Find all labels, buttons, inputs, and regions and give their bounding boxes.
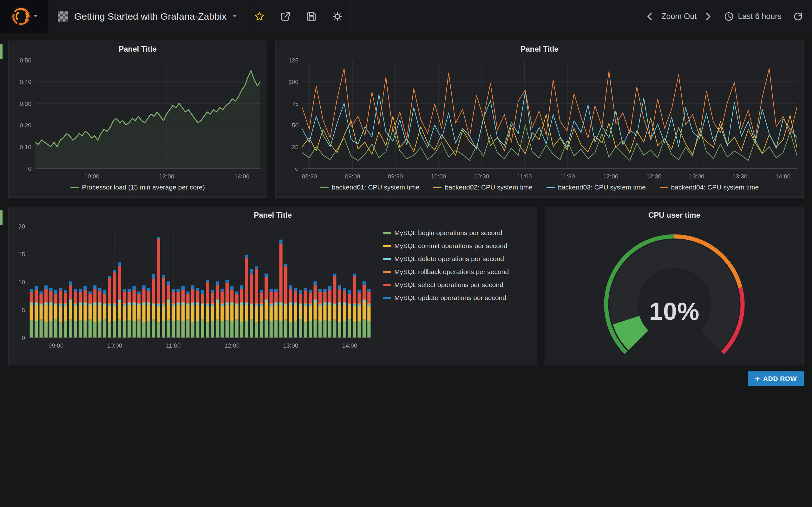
gear-icon: [332, 11, 343, 22]
gauge-value: 10%: [545, 297, 803, 326]
legend-item[interactable]: MySQL commit operations per second: [383, 242, 509, 250]
legend-item[interactable]: Processor load (15 min average per core): [70, 183, 205, 191]
time-shift-forward-button[interactable]: [700, 0, 716, 33]
legend-item[interactable]: MySQL select operations per second: [383, 281, 509, 289]
legend-item[interactable]: MySQL rollback operations per second: [383, 268, 509, 276]
legend-color-dash: [660, 187, 668, 188]
dashboard-title: Getting Started with Grafana-Zabbix: [74, 11, 226, 22]
legend-item[interactable]: MySQL update operations per second: [383, 294, 509, 302]
grafana-main-menu-button[interactable]: [0, 0, 48, 33]
chevron-down-icon: [34, 15, 38, 17]
star-button[interactable]: [247, 0, 272, 33]
panel-cpu-user-time: CPU user time 10%: [545, 207, 804, 365]
add-row-label: ADD ROW: [763, 375, 797, 383]
chevron-right-icon: [704, 12, 712, 21]
legend-label: backend02: CPU system time: [445, 183, 532, 191]
plus-icon: +: [755, 375, 760, 383]
refresh-icon: [793, 11, 803, 21]
legend-color-dash: [433, 187, 442, 188]
legend-label: MySQL select operations per second: [394, 281, 503, 289]
legend-label: backend01: CPU system time: [332, 183, 420, 191]
chart-legend: Processor load (15 min average per core): [9, 183, 267, 191]
cpu-user-time-gauge[interactable]: [545, 222, 803, 358]
time-controls: Zoom Out Last 6 hours: [642, 0, 812, 33]
share-icon: [280, 11, 291, 22]
legend-item[interactable]: backend01: CPU system time: [320, 183, 420, 191]
legend-color-dash: [547, 187, 555, 188]
legend-label: backend03: CPU system time: [558, 183, 646, 191]
time-shift-back-button[interactable]: [642, 0, 658, 33]
legend-label: Processor load (15 min average per core): [82, 183, 205, 191]
legend-item[interactable]: backend02: CPU system time: [433, 183, 532, 191]
panel-title[interactable]: Panel Title: [9, 41, 267, 55]
settings-button[interactable]: [324, 0, 351, 33]
panel-cpu-system-time: Panel Title backend01: CPU system timeba…: [275, 41, 804, 198]
legend-label: backend04: CPU system time: [671, 183, 759, 191]
dashboard-picker[interactable]: Getting Started with Grafana-Zabbix: [48, 0, 247, 33]
legend-item[interactable]: MySQL begin operations per second: [383, 229, 509, 237]
cpu-system-time-chart[interactable]: [275, 55, 803, 182]
save-icon: [306, 11, 317, 22]
legend-color-dash: [383, 297, 391, 299]
panel-mysql-operations: Panel Title MySQL begin operations per s…: [8, 207, 537, 365]
zoom-out-button[interactable]: Zoom Out: [658, 0, 700, 33]
legend-color-dash: [383, 245, 391, 247]
row-toggle-handle[interactable]: [0, 210, 3, 225]
legend-label: MySQL begin operations per second: [394, 229, 502, 237]
legend-item[interactable]: backend04: CPU system time: [660, 183, 759, 191]
grafana-logo: [11, 6, 31, 26]
legend-label: MySQL rollback operations per second: [394, 268, 509, 276]
share-button[interactable]: [272, 0, 299, 33]
refresh-button[interactable]: [789, 0, 807, 33]
processor-load-chart[interactable]: [9, 55, 267, 182]
time-picker-button[interactable]: Last 6 hours: [716, 0, 789, 33]
panel-processor-load: Panel Title Processor load (15 min avera…: [8, 41, 267, 198]
legend-item[interactable]: MySQL delete operations per second: [383, 255, 509, 263]
dashboard-actions: [247, 0, 351, 33]
star-icon: [254, 11, 265, 22]
add-row-button[interactable]: + ADD ROW: [748, 372, 804, 386]
legend-label: MySQL update operations per second: [394, 294, 506, 302]
panel-title[interactable]: Panel Title: [9, 207, 537, 222]
chart-legend: MySQL begin operations per secondMySQL c…: [383, 229, 509, 302]
navbar: Getting Started with Grafana-Zabbix: [0, 0, 812, 33]
chevron-down-icon: [233, 15, 237, 17]
chevron-left-icon: [646, 12, 654, 21]
legend-color-dash: [383, 271, 391, 273]
legend-color-dash: [320, 187, 328, 188]
row-toggle-handle[interactable]: [0, 44, 3, 59]
clock-icon: [724, 11, 734, 21]
dashboard: Panel Title Processor load (15 min avera…: [0, 33, 812, 507]
panel-title[interactable]: Panel Title: [275, 41, 803, 55]
panel-title[interactable]: CPU user time: [545, 207, 803, 222]
legend-color-dash: [383, 284, 391, 286]
legend-label: MySQL delete operations per second: [394, 255, 504, 263]
save-button[interactable]: [299, 0, 324, 33]
legend-label: MySQL commit operations per second: [394, 242, 507, 250]
legend-color-dash: [70, 187, 79, 188]
legend-color-dash: [383, 258, 391, 260]
legend-item[interactable]: backend03: CPU system time: [547, 183, 646, 191]
legend-color-dash: [383, 232, 391, 234]
mysql-operations-chart[interactable]: [9, 222, 376, 351]
dashboard-grid-icon: [58, 11, 68, 21]
chart-legend: backend01: CPU system timebackend02: CPU…: [275, 183, 803, 191]
